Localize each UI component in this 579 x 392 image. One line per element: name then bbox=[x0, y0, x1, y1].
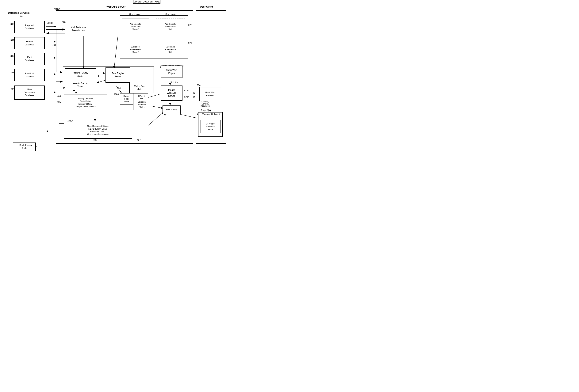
pattern-query-xlator-box: Pattern - Query Xlator bbox=[65, 68, 96, 81]
cgi-label: CGI? bbox=[184, 96, 189, 98]
proposal-database-box: Proposal Database bbox=[14, 21, 45, 33]
ref-403: 403 bbox=[57, 95, 61, 98]
one-per-app-1-label: One per App bbox=[129, 13, 141, 15]
user-documents-database-box: User Documents Database bbox=[14, 85, 45, 100]
web-app-server-label: Web/App Server bbox=[106, 5, 126, 8]
tengah-webapp-server-box: Tengah Web/App Server bbox=[161, 85, 182, 101]
ref-100-arrow bbox=[49, 7, 64, 13]
ref-304: 304 bbox=[197, 84, 201, 87]
ref-405: 405 bbox=[57, 101, 61, 103]
profile-database-box: Profile Database bbox=[14, 37, 45, 49]
ref-312: 312 bbox=[10, 55, 14, 57]
ref-311: 311 bbox=[10, 39, 14, 42]
xference-ui-applet-label: Xference UI Applet bbox=[202, 113, 220, 115]
ui-widget-classes-box: UI Widget Classes - Java bbox=[201, 120, 220, 133]
binary-decision-state-box: Binary Decision State Data - Transient D… bbox=[64, 94, 107, 111]
jdbc-top-label: JDBC bbox=[47, 22, 53, 24]
ref-406: 406 bbox=[93, 139, 97, 141]
xference-xml-box: Xference Rules/Facts (XML) bbox=[156, 42, 185, 57]
binary-fact-state-box: Binary Fact State bbox=[120, 93, 133, 105]
ref-321: 321 bbox=[188, 42, 192, 45]
decision-doc-xml-box: Decision Document (XML) bbox=[133, 99, 150, 110]
database-server-label: Database Server(s) bbox=[8, 11, 30, 14]
svg-line-46 bbox=[54, 8, 62, 11]
xml-fact-xlator-box: XML - Fact Xlator bbox=[129, 83, 150, 93]
ref-313: 313 bbox=[10, 71, 14, 74]
xference-binary-box: Xference Rules/Facts (Binary) bbox=[122, 42, 149, 57]
ref-322: 322 bbox=[188, 24, 192, 26]
svg-line-37 bbox=[148, 105, 163, 108]
ref-310: 310 bbox=[10, 23, 14, 25]
assert-record-xlator-box: Assert - Record Xlator bbox=[65, 80, 96, 90]
ref-301: 301 bbox=[20, 15, 24, 18]
ref-314: 314 bbox=[10, 87, 14, 90]
one-per-app-2-label: One per App bbox=[165, 13, 177, 15]
ref-331: 331 bbox=[164, 114, 168, 117]
static-web-pages-box: Static Web Pages bbox=[161, 65, 182, 78]
diagram-container: Database Server(s) Web/App Server User C… bbox=[0, 0, 228, 154]
app-specific-xml-box: App Specific Rules/Facts (XML) bbox=[156, 18, 185, 35]
user-client-label: User Client bbox=[200, 5, 213, 8]
decision-doc-xml2-box: Decision Document (XML) bbox=[133, 0, 160, 4]
user-web-browser-box: User Web Browser bbox=[199, 87, 221, 101]
svg-line-17 bbox=[114, 36, 118, 68]
rmi-proxy-box: RMI Proxy bbox=[162, 105, 181, 114]
xml-database-desc-box: XML Database Descriptions bbox=[65, 23, 92, 35]
rule-engine-kernel-box: Rule Engine Kernel bbox=[105, 67, 130, 83]
svg-line-45 bbox=[148, 112, 163, 126]
lifetime-label: Lifetime, Context, Installation bbox=[201, 101, 210, 107]
ref-410-arrow bbox=[27, 144, 34, 147]
ref-407: 407 bbox=[137, 139, 141, 141]
ref-404: 404 bbox=[117, 87, 121, 90]
ref-401: 401 bbox=[52, 44, 56, 46]
dhtml-label: DHTML bbox=[170, 81, 178, 83]
user-doc-object-box: User Document Object In EJB "Entity" Bea… bbox=[64, 122, 132, 139]
ref-330: 330 bbox=[114, 93, 118, 96]
residual-database-box: Residual Database bbox=[14, 69, 45, 81]
html-label: HTML bbox=[184, 89, 190, 92]
app-specific-binary-box: App Specific Rules/Facts (Binary) bbox=[122, 18, 149, 35]
fact-database-box: Fact Database bbox=[14, 53, 45, 65]
